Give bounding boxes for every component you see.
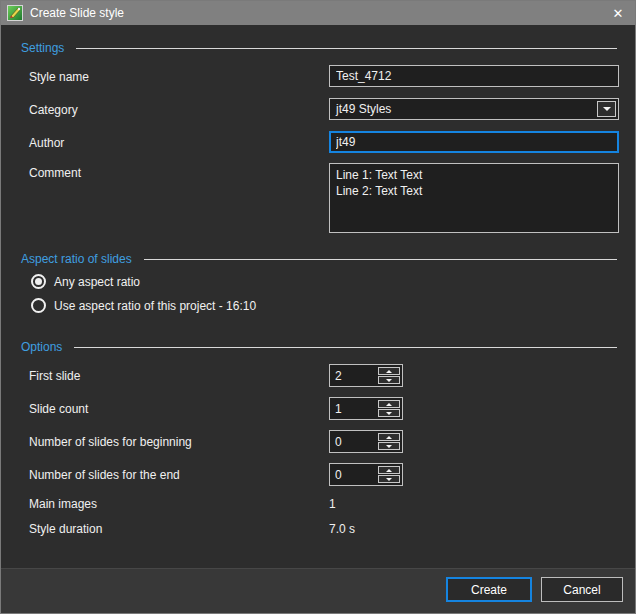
radio-use-project-aspect-ratio[interactable]: Use aspect ratio of this project - 16:10: [31, 298, 256, 313]
slides-end-label: Number of slides for the end: [29, 468, 180, 482]
arrow-down-icon: [386, 379, 392, 382]
radio-icon: [31, 298, 46, 313]
window-title: Create Slide style: [30, 6, 124, 20]
radio-label: Any aspect ratio: [54, 275, 140, 289]
spin-down-button[interactable]: [378, 376, 400, 384]
section-options: Options: [21, 340, 617, 354]
arrow-up-icon: [386, 403, 392, 406]
spin-up-button[interactable]: [378, 433, 400, 441]
main-images-label: Main images: [29, 497, 97, 511]
section-divider: [76, 48, 617, 49]
arrow-down-icon: [386, 445, 392, 448]
main-images-value: 1: [329, 497, 336, 511]
cancel-button[interactable]: Cancel: [541, 577, 623, 602]
style-name-label: Style name: [29, 70, 89, 84]
category-selected-value: jt49 Styles: [336, 102, 391, 116]
arrow-up-icon: [386, 469, 392, 472]
app-icon: [7, 5, 23, 21]
author-label: Author: [29, 136, 64, 150]
section-aspect-ratio-title: Aspect ratio of slides: [21, 252, 132, 266]
author-input[interactable]: [329, 131, 619, 153]
first-slide-label: First slide: [29, 369, 80, 383]
slide-count-spinner[interactable]: [329, 397, 403, 420]
section-aspect-ratio: Aspect ratio of slides: [21, 252, 617, 266]
arrow-down-icon: [386, 478, 392, 481]
close-icon[interactable]: ✕: [601, 1, 635, 25]
dropdown-arrow-button[interactable]: [597, 101, 616, 117]
style-name-input[interactable]: [329, 65, 619, 87]
spin-down-button[interactable]: [378, 442, 400, 450]
spin-down-button[interactable]: [378, 409, 400, 417]
radio-label: Use aspect ratio of this project - 16:10: [54, 299, 256, 313]
section-divider: [74, 347, 617, 348]
slides-beginning-label: Number of slides for beginning: [29, 435, 192, 449]
section-options-title: Options: [21, 340, 62, 354]
style-duration-label: Style duration: [29, 522, 102, 536]
radio-icon: [31, 274, 46, 289]
style-duration-value: 7.0 s: [329, 522, 355, 536]
title-bar: Create Slide style ✕: [1, 1, 635, 25]
arrow-up-icon: [386, 436, 392, 439]
first-slide-spinner[interactable]: [329, 364, 403, 387]
create-button[interactable]: Create: [446, 577, 532, 602]
slides-end-value[interactable]: [335, 464, 373, 485]
spin-up-button[interactable]: [378, 400, 400, 408]
slides-beginning-spinner[interactable]: [329, 430, 403, 453]
first-slide-value[interactable]: [335, 365, 373, 386]
spin-up-button[interactable]: [378, 466, 400, 474]
section-settings-title: Settings: [21, 41, 64, 55]
slide-count-value[interactable]: [335, 398, 373, 419]
arrow-up-icon: [386, 370, 392, 373]
section-settings: Settings: [21, 41, 617, 55]
section-divider: [144, 259, 617, 260]
category-dropdown[interactable]: jt49 Styles: [329, 98, 619, 120]
slides-beginning-value[interactable]: [335, 431, 373, 452]
comment-label: Comment: [29, 166, 81, 180]
category-label: Category: [29, 103, 78, 117]
chevron-down-icon: [603, 107, 611, 111]
footer-bar: Create Cancel: [1, 568, 635, 613]
radio-any-aspect-ratio[interactable]: Any aspect ratio: [31, 274, 140, 289]
spin-down-button[interactable]: [378, 475, 400, 483]
create-slide-style-dialog: Create Slide style ✕ Settings Style name…: [0, 0, 636, 614]
slide-count-label: Slide count: [29, 402, 88, 416]
slides-end-spinner[interactable]: [329, 463, 403, 486]
comment-textarea[interactable]: Line 1: Text Text Line 2: Text Text: [329, 163, 619, 233]
spin-up-button[interactable]: [378, 367, 400, 375]
arrow-down-icon: [386, 412, 392, 415]
